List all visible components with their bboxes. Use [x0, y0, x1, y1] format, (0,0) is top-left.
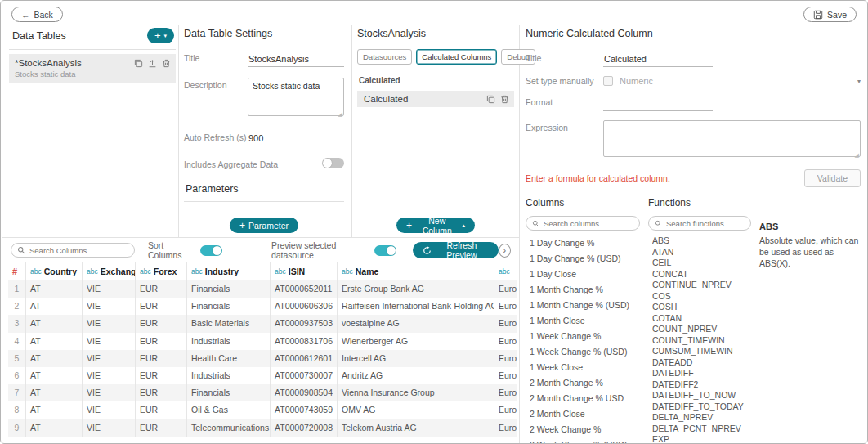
publish-icon[interactable] [148, 59, 157, 68]
column-list-item[interactable]: 1 Month Close [530, 313, 640, 329]
search-icon [655, 220, 662, 227]
table-row[interactable]: 1ATVIEEURFinancialsAT0000652011Erste Gro… [8, 280, 517, 298]
column-list-item[interactable]: 1 Month Change % [530, 282, 640, 298]
copy-icon[interactable] [486, 95, 495, 104]
column-list-item[interactable]: 1 Month Change % (USD) [530, 298, 640, 313]
functions-search[interactable] [648, 216, 751, 231]
preview-search[interactable] [11, 243, 135, 258]
functions-list: ABSATANCEILCONCATCONTINUE_NPREVCOSCOSHCO… [648, 235, 751, 444]
table-row[interactable]: 3ATVIEEURBasic MaterialsAT0000937503voes… [8, 315, 517, 332]
column-list-item[interactable]: 2 Month Change % USD [530, 391, 640, 406]
column-list-item[interactable]: 1 Week Change % (USD) [530, 344, 640, 360]
table-cell: AT [26, 384, 83, 401]
function-list-item[interactable]: DELTA_PCNT_NPREV [652, 424, 751, 435]
aggregate-toggle[interactable] [322, 158, 344, 168]
app-window: ← Back Save Data Tables + ▾ [0, 0, 868, 444]
table-row[interactable]: 8ATVIEEUROil & GasAT0000743059OMV AGEuro [8, 401, 517, 419]
table-cell: EUR [136, 333, 187, 350]
function-list-item[interactable]: COUNT_TIMEWIN [652, 335, 751, 347]
preview-table-header: #abcCountryabcExchangeabcForexabcIndustr… [8, 262, 517, 280]
validate-button[interactable]: Validate [804, 169, 861, 187]
refresh-preview-button[interactable]: Refresh Preview [413, 242, 499, 258]
column-list-item[interactable]: 2 Week Change % [530, 422, 640, 437]
table-cell: AT0000720008 [271, 419, 338, 437]
datasource-panel-title: StocksAnalysis [357, 25, 514, 39]
delete-icon[interactable] [500, 95, 509, 104]
copy-icon[interactable] [134, 59, 143, 68]
column-list-item[interactable]: 1 Week Change % [530, 329, 640, 344]
columns-search[interactable] [526, 216, 640, 231]
column-header[interactable]: abcForex [136, 262, 187, 280]
column-list-item[interactable]: 1 Day Change % (USD) [530, 251, 640, 267]
column-header[interactable]: abcName [338, 262, 494, 280]
column-header[interactable]: abcCountry [26, 262, 83, 280]
column-header[interactable]: abcIndustry [187, 262, 271, 280]
column-list-item[interactable]: 2 Month Close [530, 406, 640, 422]
calc-title-field[interactable] [603, 52, 713, 67]
table-row[interactable]: 4ATVIEEURIndustrialsAT0000831706Wienerbe… [8, 333, 517, 350]
function-list-item[interactable]: CEIL [652, 258, 751, 269]
auto-refresh-field[interactable] [248, 132, 344, 146]
tab-calculated-columns[interactable]: Calculated Columns [416, 49, 497, 65]
delete-icon[interactable] [162, 59, 171, 68]
column-header[interactable]: abc [494, 262, 517, 280]
row-number-cell: 1 [8, 280, 26, 298]
data-table-list-item[interactable]: *StocksAnalysis Stocks stati [9, 54, 176, 83]
tab-datasources[interactable]: Datasources [357, 49, 412, 65]
function-list-item[interactable]: DATEDIFF_TO_TODAY [652, 401, 751, 413]
column-list-item[interactable]: 2 Week Change % (USD) [530, 437, 640, 444]
column-header[interactable]: # [8, 262, 26, 280]
set-type-checkbox[interactable] [603, 76, 613, 86]
function-list-item[interactable]: CONCAT [652, 269, 751, 280]
function-list-item[interactable]: DATEDIFF [652, 368, 751, 379]
column-list-item[interactable]: 2 Month Change % [530, 375, 640, 391]
function-list-item[interactable]: COUNT_NPREV [652, 324, 751, 335]
function-list-item[interactable]: ATAN [652, 247, 751, 258]
description-field[interactable]: Stocks static data [248, 78, 344, 116]
function-list-item[interactable]: COSH [652, 302, 751, 313]
function-list-item[interactable]: DATEDIFF2 [652, 379, 751, 391]
title-field[interactable] [248, 52, 344, 67]
chevron-down-icon: ▾ [163, 33, 167, 39]
preview-table: #abcCountryabcExchangeabcForexabcIndustr… [8, 262, 517, 437]
expression-field[interactable] [603, 120, 861, 157]
column-list-item[interactable]: 1 Week Close [530, 360, 640, 375]
column-list-item[interactable]: 1 Day Close [530, 267, 640, 282]
function-list-item[interactable]: CUMSUM_TIMEWIN [652, 346, 751, 357]
function-list-item[interactable]: COS [652, 291, 751, 303]
expand-preview-button[interactable]: › [499, 244, 511, 258]
table-row[interactable]: 7ATVIEEURFinancialsAT0000908504Vienna In… [8, 384, 517, 401]
function-list-item[interactable]: COTAN [652, 313, 751, 325]
column-header[interactable]: abcISIN [271, 262, 338, 280]
add-data-table-button[interactable]: + ▾ [147, 28, 174, 43]
function-list-item[interactable]: DATEDIFF_TO_NOW [652, 390, 751, 401]
functions-picker: Functions ABSATANCEILCONCATCONTINUE_NPRE… [648, 197, 751, 444]
add-parameter-button[interactable]: + Parameter [230, 218, 298, 233]
function-list-item[interactable]: ABS [652, 235, 751, 247]
column-list-item[interactable]: 1 Day Change % [530, 235, 640, 251]
type-select[interactable]: Numeric [620, 76, 851, 86]
table-row[interactable]: 5ATVIEEURHealth CareAT0000612601Intercel… [8, 350, 517, 367]
calculated-column-item[interactable]: Calculated [357, 91, 514, 107]
table-cell: AT [26, 315, 83, 332]
functions-search-input[interactable] [666, 219, 745, 228]
function-list-item[interactable]: CONTINUE_NPREV [652, 280, 751, 291]
back-button[interactable]: ← Back [11, 7, 63, 22]
save-button[interactable]: Save [803, 7, 857, 22]
column-header[interactable]: abcExchange [83, 262, 136, 280]
format-field[interactable] [603, 96, 713, 111]
function-list-item[interactable]: EXP [652, 434, 751, 444]
table-row[interactable]: 9ATVIEEURTelecommunicationsAT0000720008T… [8, 419, 517, 437]
search-icon [532, 220, 539, 227]
preview-datasource-toggle[interactable] [374, 245, 396, 256]
table-row[interactable]: 6ATVIEEURIndustrialsAT0000730007Andritz … [8, 367, 517, 384]
preview-search-input[interactable] [29, 246, 128, 255]
function-list-item[interactable]: DATEADD [652, 357, 751, 369]
columns-search-input[interactable] [544, 219, 633, 228]
table-cell: EUR [136, 401, 187, 419]
new-column-button[interactable]: + New Column ▴ [396, 218, 475, 233]
sort-columns-toggle[interactable] [200, 245, 222, 256]
chevron-down-icon[interactable]: ▾ [857, 78, 861, 85]
function-list-item[interactable]: DELTA_NPREV [652, 412, 751, 424]
table-row[interactable]: 2ATVIEEURFinancialsAT0000606306Raiffeise… [8, 298, 517, 315]
